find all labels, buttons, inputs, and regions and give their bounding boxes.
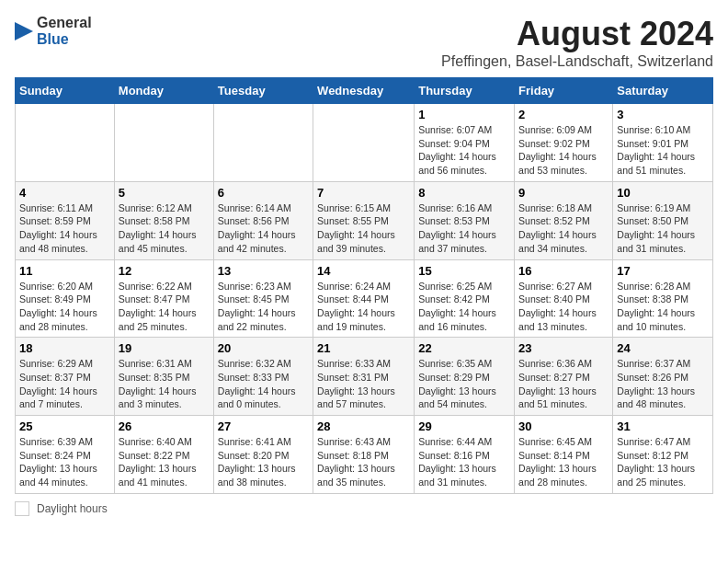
calendar-cell: 13Sunrise: 6:23 AM Sunset: 8:45 PM Dayli… bbox=[213, 259, 313, 338]
day-info: Sunrise: 6:25 AM Sunset: 8:42 PM Dayligh… bbox=[418, 280, 510, 334]
logo-triangle-icon bbox=[15, 22, 33, 40]
calendar-cell: 30Sunrise: 6:45 AM Sunset: 8:14 PM Dayli… bbox=[515, 416, 613, 494]
day-info: Sunrise: 6:12 AM Sunset: 8:58 PM Dayligh… bbox=[119, 201, 210, 256]
day-info: Sunrise: 6:27 AM Sunset: 8:40 PM Dayligh… bbox=[518, 280, 609, 334]
day-info: Sunrise: 6:10 AM Sunset: 9:01 PM Dayligh… bbox=[617, 123, 709, 178]
calendar-cell: 17Sunrise: 6:28 AM Sunset: 8:38 PM Dayli… bbox=[613, 259, 713, 338]
calendar-cell: 27Sunrise: 6:41 AM Sunset: 8:20 PM Dayli… bbox=[213, 416, 313, 494]
weekday-header-saturday: Saturday bbox=[613, 78, 713, 104]
day-number: 10 bbox=[617, 186, 709, 200]
location-title: Pfeffingen, Basel-Landschaft, Switzerlan… bbox=[441, 53, 713, 70]
day-number: 3 bbox=[617, 108, 709, 121]
day-number: 15 bbox=[418, 264, 510, 278]
page-header: General Blue August 2024 Pfeffingen, Bas… bbox=[15, 15, 713, 70]
month-title: August 2024 bbox=[441, 15, 713, 53]
weekday-header-thursday: Thursday bbox=[415, 78, 515, 104]
calendar-cell: 19Sunrise: 6:31 AM Sunset: 8:35 PM Dayli… bbox=[114, 338, 213, 416]
day-info: Sunrise: 6:39 AM Sunset: 8:24 PM Dayligh… bbox=[19, 435, 110, 489]
day-number: 9 bbox=[518, 186, 609, 200]
day-number: 14 bbox=[317, 264, 410, 278]
day-number: 18 bbox=[19, 341, 110, 355]
day-number: 22 bbox=[418, 341, 510, 355]
calendar-cell: 5Sunrise: 6:12 AM Sunset: 8:58 PM Daylig… bbox=[114, 181, 213, 259]
calendar-cell bbox=[16, 104, 115, 182]
day-number: 29 bbox=[418, 419, 510, 433]
day-info: Sunrise: 6:19 AM Sunset: 8:50 PM Dayligh… bbox=[617, 201, 709, 256]
day-number: 12 bbox=[119, 264, 210, 278]
day-number: 5 bbox=[119, 186, 210, 200]
logo-row: General Blue bbox=[15, 15, 92, 47]
day-info: Sunrise: 6:41 AM Sunset: 8:20 PM Dayligh… bbox=[218, 435, 309, 489]
day-info: Sunrise: 6:45 AM Sunset: 8:14 PM Dayligh… bbox=[518, 435, 609, 489]
day-info: Sunrise: 6:47 AM Sunset: 8:12 PM Dayligh… bbox=[617, 435, 709, 489]
calendar-week-2: 11Sunrise: 6:20 AM Sunset: 8:49 PM Dayli… bbox=[16, 259, 713, 338]
calendar-cell: 8Sunrise: 6:16 AM Sunset: 8:53 PM Daylig… bbox=[415, 181, 515, 259]
calendar-cell: 2Sunrise: 6:09 AM Sunset: 9:02 PM Daylig… bbox=[515, 104, 613, 182]
calendar-week-0: 1Sunrise: 6:07 AM Sunset: 9:04 PM Daylig… bbox=[16, 104, 713, 182]
calendar-cell: 24Sunrise: 6:37 AM Sunset: 8:26 PM Dayli… bbox=[613, 338, 713, 416]
calendar-cell: 1Sunrise: 6:07 AM Sunset: 9:04 PM Daylig… bbox=[415, 104, 515, 182]
day-number: 26 bbox=[119, 419, 210, 433]
day-info: Sunrise: 6:43 AM Sunset: 8:18 PM Dayligh… bbox=[317, 435, 410, 489]
calendar-cell: 4Sunrise: 6:11 AM Sunset: 8:59 PM Daylig… bbox=[16, 181, 115, 259]
legend: Daylight hours bbox=[15, 501, 713, 516]
day-number: 11 bbox=[19, 264, 110, 278]
day-number: 1 bbox=[418, 108, 510, 121]
calendar-cell: 7Sunrise: 6:15 AM Sunset: 8:55 PM Daylig… bbox=[313, 181, 415, 259]
day-number: 8 bbox=[418, 186, 510, 200]
calendar-cell: 25Sunrise: 6:39 AM Sunset: 8:24 PM Dayli… bbox=[16, 416, 115, 494]
calendar-cell: 21Sunrise: 6:33 AM Sunset: 8:31 PM Dayli… bbox=[313, 338, 415, 416]
day-info: Sunrise: 6:33 AM Sunset: 8:31 PM Dayligh… bbox=[317, 357, 410, 411]
legend-box bbox=[15, 501, 29, 516]
logo: General Blue bbox=[15, 15, 92, 47]
calendar-cell bbox=[313, 104, 415, 182]
day-number: 4 bbox=[19, 186, 110, 200]
calendar-cell: 29Sunrise: 6:44 AM Sunset: 8:16 PM Dayli… bbox=[415, 416, 515, 494]
calendar-cell: 12Sunrise: 6:22 AM Sunset: 8:47 PM Dayli… bbox=[114, 259, 213, 338]
calendar-cell: 15Sunrise: 6:25 AM Sunset: 8:42 PM Dayli… bbox=[415, 259, 515, 338]
day-number: 20 bbox=[218, 341, 309, 355]
day-info: Sunrise: 6:15 AM Sunset: 8:55 PM Dayligh… bbox=[317, 201, 410, 256]
calendar-cell bbox=[213, 104, 313, 182]
day-number: 25 bbox=[19, 419, 110, 433]
weekday-header-sunday: Sunday bbox=[16, 78, 115, 104]
calendar-cell: 20Sunrise: 6:32 AM Sunset: 8:33 PM Dayli… bbox=[213, 338, 313, 416]
calendar-cell: 18Sunrise: 6:29 AM Sunset: 8:37 PM Dayli… bbox=[16, 338, 115, 416]
weekday-header-friday: Friday bbox=[515, 78, 613, 104]
calendar-cell: 9Sunrise: 6:18 AM Sunset: 8:52 PM Daylig… bbox=[515, 181, 613, 259]
logo-general-text: General bbox=[37, 15, 92, 31]
day-info: Sunrise: 6:07 AM Sunset: 9:04 PM Dayligh… bbox=[418, 123, 510, 178]
calendar-cell: 16Sunrise: 6:27 AM Sunset: 8:40 PM Dayli… bbox=[515, 259, 613, 338]
day-info: Sunrise: 6:40 AM Sunset: 8:22 PM Dayligh… bbox=[119, 435, 210, 489]
day-info: Sunrise: 6:32 AM Sunset: 8:33 PM Dayligh… bbox=[218, 357, 309, 411]
calendar-cell: 23Sunrise: 6:36 AM Sunset: 8:27 PM Dayli… bbox=[515, 338, 613, 416]
calendar-cell: 14Sunrise: 6:24 AM Sunset: 8:44 PM Dayli… bbox=[313, 259, 415, 338]
calendar-cell: 11Sunrise: 6:20 AM Sunset: 8:49 PM Dayli… bbox=[16, 259, 115, 338]
svg-marker-0 bbox=[15, 22, 33, 40]
day-info: Sunrise: 6:14 AM Sunset: 8:56 PM Dayligh… bbox=[218, 201, 309, 256]
calendar-cell: 31Sunrise: 6:47 AM Sunset: 8:12 PM Dayli… bbox=[613, 416, 713, 494]
day-number: 6 bbox=[218, 186, 309, 200]
day-number: 28 bbox=[317, 419, 410, 433]
weekday-header-row: SundayMondayTuesdayWednesdayThursdayFrid… bbox=[16, 78, 713, 104]
calendar-week-1: 4Sunrise: 6:11 AM Sunset: 8:59 PM Daylig… bbox=[16, 181, 713, 259]
title-section: August 2024 Pfeffingen, Basel-Landschaft… bbox=[441, 15, 713, 70]
calendar-cell: 22Sunrise: 6:35 AM Sunset: 8:29 PM Dayli… bbox=[415, 338, 515, 416]
day-info: Sunrise: 6:24 AM Sunset: 8:44 PM Dayligh… bbox=[317, 280, 410, 334]
day-info: Sunrise: 6:36 AM Sunset: 8:27 PM Dayligh… bbox=[518, 357, 609, 411]
day-number: 19 bbox=[119, 341, 210, 355]
day-number: 2 bbox=[518, 108, 609, 121]
day-number: 7 bbox=[317, 186, 410, 200]
day-number: 23 bbox=[518, 341, 609, 355]
logo-blue-text: Blue bbox=[37, 31, 92, 48]
legend-label: Daylight hours bbox=[37, 502, 108, 515]
calendar-cell bbox=[114, 104, 213, 182]
day-info: Sunrise: 6:20 AM Sunset: 8:49 PM Dayligh… bbox=[19, 280, 110, 334]
weekday-header-wednesday: Wednesday bbox=[313, 78, 415, 104]
day-number: 30 bbox=[518, 419, 609, 433]
day-number: 16 bbox=[518, 264, 609, 278]
day-info: Sunrise: 6:44 AM Sunset: 8:16 PM Dayligh… bbox=[418, 435, 510, 489]
calendar-cell: 3Sunrise: 6:10 AM Sunset: 9:01 PM Daylig… bbox=[613, 104, 713, 182]
calendar-cell: 10Sunrise: 6:19 AM Sunset: 8:50 PM Dayli… bbox=[613, 181, 713, 259]
day-info: Sunrise: 6:28 AM Sunset: 8:38 PM Dayligh… bbox=[617, 280, 709, 334]
